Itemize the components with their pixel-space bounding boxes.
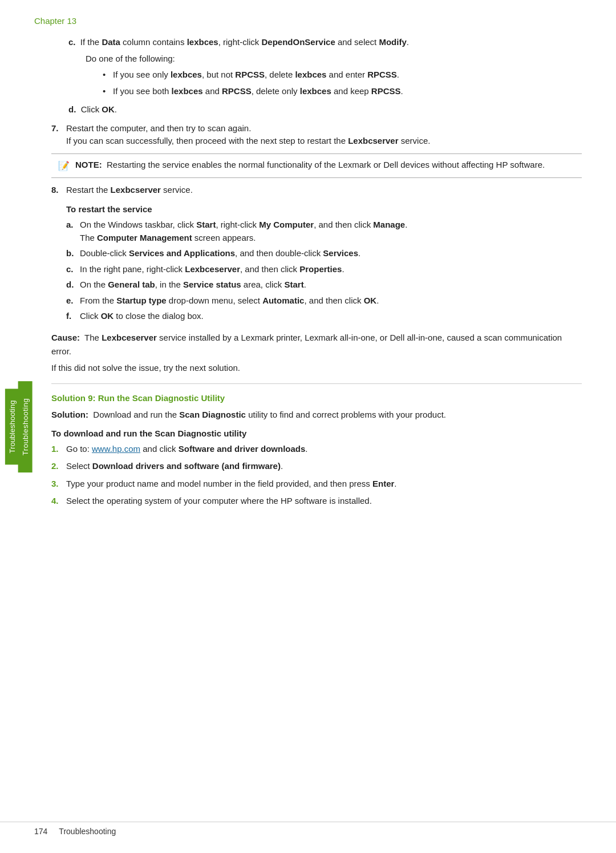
solution9-step-4-num: 4. (51, 495, 66, 508)
solution9-step-2-content: Select Download drivers and software (an… (66, 460, 582, 473)
solution9-step-3: 3. Type your product name and model numb… (51, 478, 582, 491)
step-8: 8. Restart the Lexbcserver service. (51, 184, 582, 197)
solution9-step-2: 2. Select Download drivers and software … (51, 460, 582, 473)
substep-f-content: Click OK to close the dialog box. (80, 310, 582, 323)
solution9-step-1-content: Go to: www.hp.com and click Software and… (66, 443, 582, 456)
substep-e-label: e. (66, 294, 80, 308)
substep-a-label: a. (66, 219, 80, 244)
solution9-step-3-content: Type your product name and model number … (66, 478, 582, 491)
substep-d-label: d. (66, 278, 80, 292)
substep-a-content: On the Windows taskbar, click Start, rig… (80, 219, 582, 244)
note-content: NOTE: Restarting the service enables the… (75, 159, 545, 172)
substep-f-label: f. (66, 310, 80, 323)
chapter-header: Chapter 13 (34, 16, 582, 26)
step-d-label: d. (68, 104, 76, 114)
separator (51, 383, 582, 384)
footer-section: Troubleshooting (59, 827, 116, 836)
solution9-step-1: 1. Go to: www.hp.com and click Software … (51, 443, 582, 456)
step-7-content: Restart the computer, and then try to sc… (66, 122, 582, 148)
step-8-content: Restart the Lexbcserver service. (66, 184, 582, 197)
side-tab-rotated: Troubleshooting (5, 389, 19, 464)
solution9-step-3-num: 3. (51, 478, 66, 491)
note-box: 📝 NOTE: Restarting the service enables t… (51, 153, 582, 178)
step-c-text: c. If the Data column contains lexbces, … (68, 36, 582, 49)
solution9-intro: Solution: Download and run the Scan Diag… (51, 409, 582, 422)
solution9-step-2-num: 2. (51, 460, 66, 473)
restart-heading: To restart the service (66, 204, 582, 214)
substep-d: d. On the General tab, in the Service st… (66, 278, 582, 292)
download-heading: To download and run the Scan Diagnostic … (51, 428, 582, 438)
step-7: 7. Restart the computer, and then try to… (51, 122, 582, 148)
step-7-num: 7. (51, 122, 66, 148)
note-icon: 📝 (58, 159, 71, 173)
substep-e: e. From the Startup type drop-down menu,… (66, 294, 582, 308)
hp-link[interactable]: www.hp.com (92, 444, 140, 454)
step-c-label: c. (68, 37, 76, 47)
substep-d-content: On the General tab, in the Service statu… (80, 278, 582, 292)
substep-e-content: From the Startup type drop-down menu, se… (80, 294, 582, 308)
step-8-num: 8. (51, 184, 66, 197)
side-tab-container: Troubleshooting (0, 393, 17, 461)
solution9-section: Solution 9: Run the Scan Diagnostic Util… (51, 393, 582, 508)
bullet-item-1: If you see only lexbces, but not RPCSS, … (103, 68, 582, 82)
substep-c: c. In the right pane, right-click Lexbce… (66, 263, 582, 276)
step-d-block: d. Click OK. (68, 103, 582, 116)
substep-c-label: c. (66, 263, 80, 276)
footer: 174 Troubleshooting (0, 822, 616, 836)
substep-f: f. Click OK to close the dialog box. (66, 310, 582, 323)
substep-a: a. On the Windows taskbar, click Start, … (66, 219, 582, 244)
if-not-solve: If this did not solve the issue, try the… (51, 362, 582, 375)
solution9-steps: 1. Go to: www.hp.com and click Software … (51, 443, 582, 508)
bullet-list: If you see only lexbces, but not RPCSS, … (103, 68, 582, 98)
do-one-text: Do one of the following: (86, 52, 582, 66)
solution9-step-1-num: 1. (51, 443, 66, 456)
bullet-item-2: If you see both lexbces and RPCSS, delet… (103, 85, 582, 98)
footer-page-number: 174 (34, 827, 47, 836)
substep-c-content: In the right pane, right-click Lexbceser… (80, 263, 582, 276)
solution9-step-4-content: Select the operating system of your comp… (66, 495, 582, 508)
substep-b: b. Double-click Services and Application… (66, 247, 582, 260)
cause-block: Cause: The Lexbceserver service installe… (51, 331, 582, 358)
substep-b-label: b. (66, 247, 80, 260)
note-label: NOTE: (75, 160, 102, 169)
solution9-step-4: 4. Select the operating system of your c… (51, 495, 582, 508)
substep-b-content: Double-click Services and Applications, … (80, 247, 582, 260)
solution9-heading: Solution 9: Run the Scan Diagnostic Util… (51, 393, 582, 403)
sub-steps: a. On the Windows taskbar, click Start, … (66, 219, 582, 323)
step-c-block: c. If the Data column contains lexbces, … (68, 36, 582, 98)
